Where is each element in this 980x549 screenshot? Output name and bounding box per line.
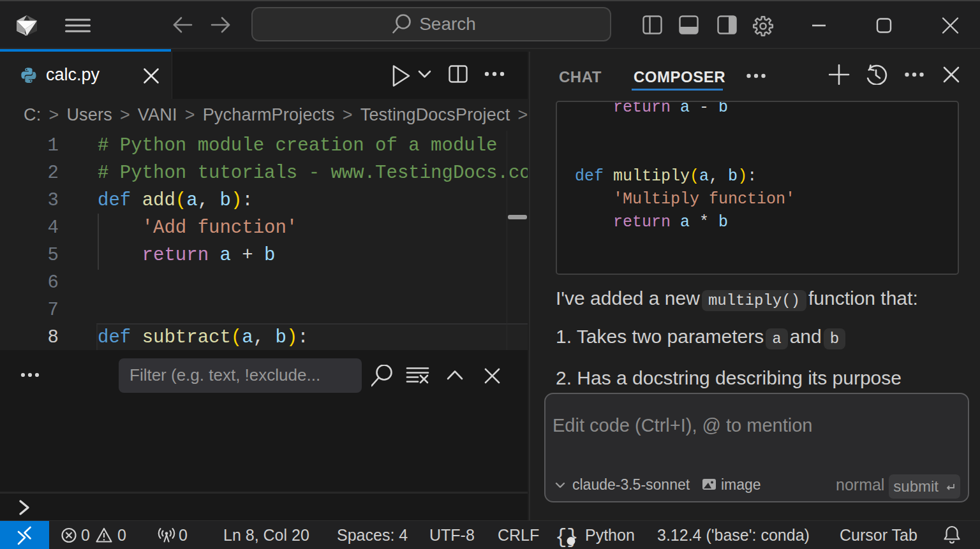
svg-text:{: { xyxy=(555,526,567,548)
svg-text:0: 0 xyxy=(179,526,188,544)
svg-text:0: 0 xyxy=(117,526,126,544)
svg-text:0: 0 xyxy=(81,526,90,544)
